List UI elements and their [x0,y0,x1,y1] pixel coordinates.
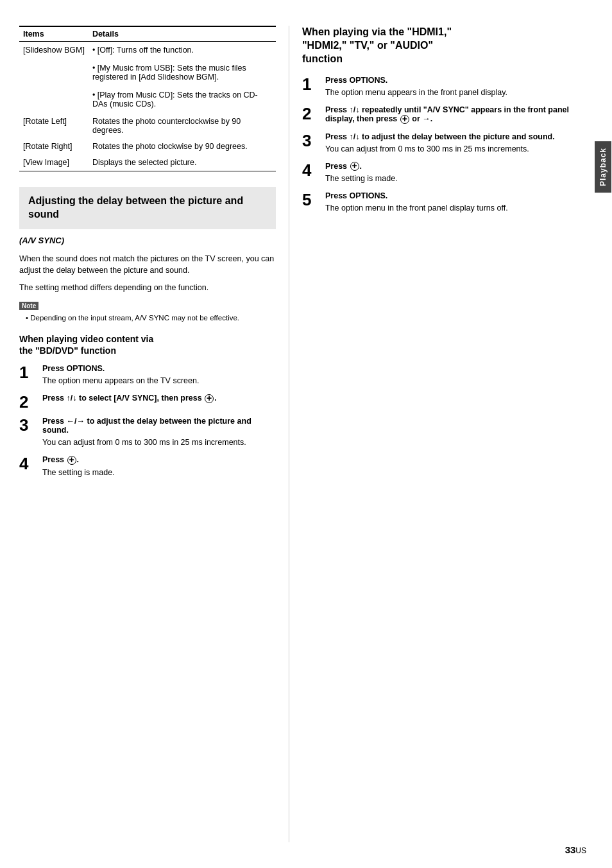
step-hdmi-3: 3 Press ↑/↓ to adjust the delay between … [302,132,586,155]
step-body: The setting is made. [325,173,586,185]
step-number: 4 [302,162,319,178]
step-body: The option menu appears on the TV screen… [42,375,276,387]
step-content: Press +. The setting is made. [325,162,586,185]
step-content: Press OPTIONS. The option menu appears i… [325,76,586,99]
step-number: 3 [19,417,36,433]
table-cell-item: [View Image] [19,153,89,171]
step-number: 1 [302,76,319,92]
step-bd-3: 3 Press ←/→ to adjust the delay between … [19,417,276,449]
step-body: The option menu in the front panel displ… [325,202,586,214]
step-title: Press OPTIONS. [42,364,276,373]
table-cell-details: • [Off]: Turns off the function. • [My M… [89,42,276,111]
page-number-value: 33 [565,844,576,855]
table-row: [Rotate Right] Rotates the photo clockwi… [19,137,276,153]
bd-dvd-steps: 1 Press OPTIONS. The option menu appears… [19,364,276,478]
step-content: Press ↑/↓ repeatedly until "A/V SYNC" ap… [325,105,586,126]
body-para-2: The setting method differs depending on … [19,282,276,294]
table-row: [View Image] Displays the selected pictu… [19,153,276,171]
bd-dvd-heading: When playing video content viathe "BD/DV… [19,333,276,356]
note-text: • Depending on the input stream, A/V SYN… [24,313,276,323]
step-body: You can adjust from 0 ms to 300 ms in 25… [325,143,586,155]
step-body: The setting is made. [42,467,276,479]
table-row: [Slideshow BGM] • [Off]: Turns off the f… [19,42,276,111]
note-label: Note [19,302,38,310]
step-content: Press +. The setting is made. [42,455,276,478]
left-column: Items Details [Slideshow BGM] • [Off]: T… [19,26,289,842]
step-hdmi-2: 2 Press ↑/↓ repeatedly until "A/V SYNC" … [302,105,586,126]
step-hdmi-4: 4 Press +. The setting is made. [302,162,586,185]
step-number: 4 [19,455,36,472]
table-cell-item: [Rotate Right] [19,137,89,153]
step-number: 1 [19,364,36,381]
items-table: Items Details [Slideshow BGM] • [Off]: T… [19,26,276,171]
side-tab-label: Playback [595,141,611,193]
step-number: 3 [302,132,319,149]
step-title: Press ↑/↓ repeatedly until "A/V SYNC" ap… [325,105,586,124]
right-column: When playing via the "HDMI1,""HDMI2," "T… [289,26,586,842]
step-title: Press +. [325,162,586,171]
table-cell-item: [Slideshow BGM] [19,42,89,111]
step-title: Press OPTIONS. [325,76,586,85]
section-title: Adjusting the delay between the picture … [28,195,267,221]
step-body: You can adjust from 0 ms to 300 ms in 25… [42,437,276,449]
circle-plus-icon: + [67,456,76,465]
hdmi-steps: 1 Press OPTIONS. The option menu appears… [302,76,586,214]
step-title: Press ←/→ to adjust the delay between th… [42,417,276,435]
step-number: 2 [302,105,319,122]
step-content: Press ←/→ to adjust the delay between th… [42,417,276,449]
table-cell-details: Rotates the photo counterclockwise by 90… [89,110,276,137]
step-title: Press +. [42,455,276,465]
col-details-header: Details [89,26,276,42]
step-bd-4: 4 Press +. The setting is made. [19,455,276,478]
circle-plus-icon: + [400,115,409,124]
step-hdmi-1: 1 Press OPTIONS. The option menu appears… [302,76,586,99]
step-content: Press ↑/↓ to adjust the delay between th… [325,132,586,155]
col-items-header: Items [19,26,89,42]
step-content: Press OPTIONS. The option menu in the fr… [325,191,586,214]
av-sync-label: (A/V SYNC) [19,236,276,245]
step-bd-1: 1 Press OPTIONS. The option menu appears… [19,364,276,387]
step-bd-2: 2 Press ↑/↓ to select [A/V SYNC], then p… [19,394,276,410]
note-box: Note • Depending on the input stream, A/… [19,300,276,323]
table-cell-item: [Rotate Left] [19,110,89,137]
table-cell-details: Displays the selected picture. [89,153,276,171]
table-row: [Rotate Left] Rotates the photo counterc… [19,110,276,137]
hdmi-heading: When playing via the "HDMI1,""HDMI2," "T… [302,26,586,65]
side-tab: Playback [594,128,612,868]
circle-plus-icon: + [350,162,359,171]
step-number: 2 [19,394,36,410]
step-content: Press OPTIONS. The option menu appears o… [42,364,276,387]
step-title: Press ↑/↓ to select [A/V SYNC], then pre… [42,394,276,403]
table-cell-details: Rotates the photo clockwise by 90 degree… [89,137,276,153]
step-content: Press ↑/↓ to select [A/V SYNC], then pre… [42,394,276,405]
body-para-1: When the sound does not match the pictur… [19,253,276,277]
step-title: Press ↑/↓ to adjust the delay between th… [325,132,586,141]
circle-plus-icon: + [205,394,214,403]
step-hdmi-5: 5 Press OPTIONS. The option menu in the … [302,191,586,214]
step-title: Press OPTIONS. [325,191,586,200]
step-body: The option menu appears in the front pan… [325,87,586,99]
step-number: 5 [302,191,319,208]
page-number-suffix: US [575,846,586,855]
section-title-box: Adjusting the delay between the picture … [19,187,276,229]
page-number: 33US [565,844,586,855]
